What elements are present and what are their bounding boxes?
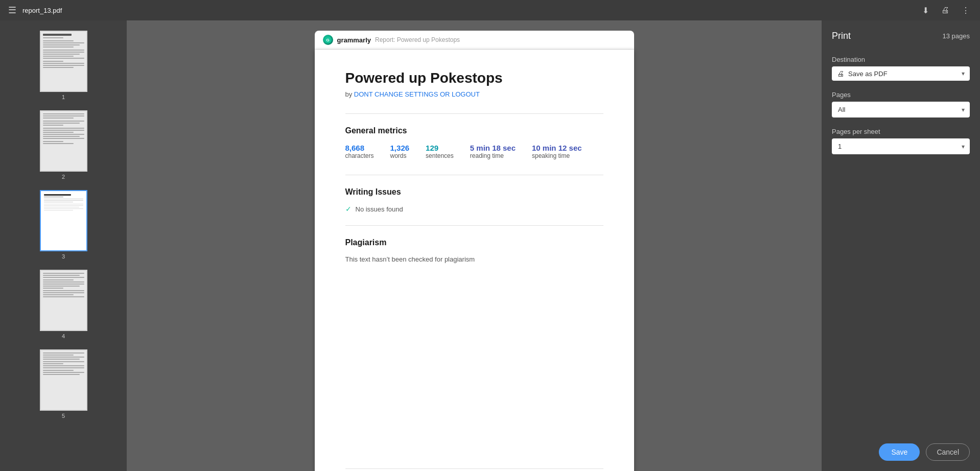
metric-speaking-label: speaking time [532,152,582,159]
thumbnail-item-5[interactable]: 5 [0,345,127,423]
thumbnail-panel: 1 [0,20,127,471]
pages-per-sheet-field: Pages per sheet 1 2 4 6 [832,128,970,154]
plagiarism-section: Plagiarism This text hasn’t been checked… [345,238,603,263]
document-title-heading: Powered up Pokestops [345,70,603,86]
destination-label: Destination [832,56,970,63]
metric-speaking-time: 10 min 12 sec speaking time [532,144,582,159]
thumbnail-page-num-5: 5 [62,413,65,419]
print-pages-count: 13 pages [943,32,970,40]
pages-select-wrapper: All Custom [832,102,970,117]
thumbnail-item-4[interactable]: 4 [0,266,127,343]
thumbnail-item-2[interactable]: 2 [0,106,127,184]
metric-words-value: 1,326 [390,144,410,152]
grammarly-subtitle: Report: Powered up Pokestops [375,36,460,43]
general-metrics-title: General metrics [345,126,603,135]
preview-area: G grammarly Report: Powered up Pokestops… [127,20,822,471]
metric-words: 1,326 words [390,144,410,159]
thumbnail-item-3[interactable]: 3 [0,186,127,264]
print-buttons: Save Cancel [832,443,970,461]
thumbnail-page-num-3: 3 [62,253,65,260]
print-title: Print [832,31,851,41]
thumbnail-image-2 [40,110,87,172]
pages-per-sheet-select-wrapper: 1 2 4 6 [832,138,970,154]
plagiarism-title: Plagiarism [345,238,603,247]
cancel-button[interactable]: Cancel [926,443,970,461]
thumbnail-page-num-2: 2 [62,174,65,180]
metric-sentences: 129 sentences [426,144,454,159]
metric-characters-label: characters [345,152,374,159]
pages-per-sheet-select[interactable]: 1 2 4 6 [832,138,970,154]
grammarly-brand: grammarly [337,36,371,44]
thumbnail-image-5 [40,349,87,411]
metric-characters-value: 8,668 [345,144,374,152]
more-options-button[interactable]: ⋮ [960,4,972,17]
pages-select[interactable]: All Custom [832,102,970,117]
document-title: report_13.pdf [22,7,62,14]
plagiarism-description: This text hasn’t been checked for plagia… [345,255,603,263]
divider-2 [345,175,603,175]
thumbnail-item-1[interactable]: 1 [0,27,127,104]
destination-select[interactable]: 🖨 Save as PDF ▾ [832,66,970,81]
writing-issues-section: Writing Issues ✓ No issues found [345,187,603,213]
general-metrics-section: General metrics 8,668 characters 1,326 w… [345,126,603,159]
metrics-grid: 8,668 characters 1,326 words 129 sentenc… [345,144,603,159]
destination-field: Destination 🖨 Save as PDF ▾ [832,56,970,81]
top-bar-actions: ⬇ 🖨 ⋮ [920,4,972,17]
pages-per-sheet-label: Pages per sheet [832,128,970,135]
metric-characters: 8,668 characters [345,144,374,159]
pages-label: Pages [832,91,970,99]
download-button[interactable]: ⬇ [920,4,931,17]
menu-icon[interactable]: ☰ [8,5,16,16]
destination-arrow-icon: ▾ [962,70,965,77]
metric-reading-time: 5 min 18 sec reading time [470,144,516,159]
grammarly-logo: G [323,35,333,45]
main-container: 1 [0,20,980,471]
thumbnail-page-num-4: 4 [62,333,65,339]
writing-issues-title: Writing Issues [345,187,603,197]
thumbnail-image-1 [40,31,87,92]
print-panel: Print 13 pages Destination 🖨 Save as PDF… [822,20,980,471]
grammarly-header: G grammarly Report: Powered up Pokestops [315,31,634,50]
metric-sentences-label: sentences [426,152,454,159]
print-spacer [832,164,970,443]
document-page: Powered up Pokestops by DONT CHANGE SETT… [315,50,634,471]
thumbnail-image-4 [40,270,87,331]
document-author: by DONT CHANGE SETTINGS OR LOGOUT [345,90,603,98]
divider-3 [345,225,603,226]
no-issues-text: No issues found [356,205,403,213]
metric-sentences-value: 129 [426,144,454,152]
thumbnail-image-3 [40,190,87,251]
top-bar: ☰ report_13.pdf ⬇ 🖨 ⋮ [0,0,980,20]
page-footer: Report was generated on Sunday, May 26, … [345,468,603,471]
thumbnail-page-num-1: 1 [62,94,65,100]
metric-words-label: words [390,152,410,159]
print-header: Print 13 pages [832,31,970,41]
metric-reading-label: reading time [470,152,516,159]
save-button[interactable]: Save [879,443,920,461]
author-link[interactable]: DONT CHANGE SETTINGS OR LOGOUT [354,90,480,98]
author-prefix: by [345,90,353,98]
svg-text:G: G [326,38,329,42]
no-issues-row: ✓ No issues found [345,205,603,213]
destination-value: Save as PDF [848,70,962,78]
print-button[interactable]: 🖨 [939,4,951,17]
checkmark-icon: ✓ [345,205,352,213]
metric-speaking-value: 10 min 12 sec [532,144,582,152]
metric-reading-value: 5 min 18 sec [470,144,516,152]
divider-1 [345,113,603,114]
pages-field: Pages All Custom [832,91,970,117]
destination-printer-icon: 🖨 [837,69,844,78]
